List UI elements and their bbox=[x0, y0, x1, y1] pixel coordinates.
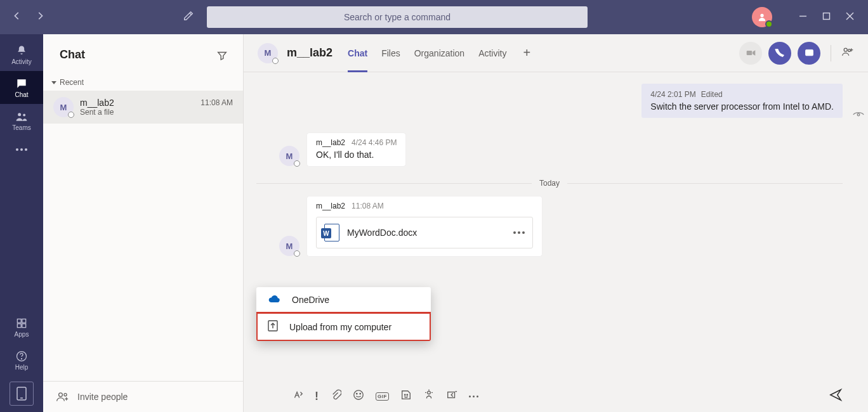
audio-call-button[interactable] bbox=[768, 42, 791, 65]
avatar: M bbox=[279, 236, 299, 256]
separator bbox=[831, 45, 831, 61]
rail-chat-label: Chat bbox=[15, 91, 28, 98]
filter-icon[interactable] bbox=[216, 49, 228, 61]
svg-point-30 bbox=[357, 393, 357, 394]
file-more-icon[interactable] bbox=[513, 231, 525, 234]
word-file-icon bbox=[324, 224, 339, 241]
message-time: 4/24 4:46 PM bbox=[352, 138, 397, 147]
back-icon[interactable] bbox=[13, 11, 22, 23]
attach-onedrive-label: OneDrive bbox=[292, 295, 329, 305]
rail-more-icon[interactable] bbox=[0, 137, 43, 162]
rail-chat[interactable]: Chat bbox=[0, 71, 43, 104]
date-separator: Today bbox=[256, 179, 843, 188]
svg-point-32 bbox=[404, 394, 405, 395]
search-input[interactable]: Search or type a command bbox=[207, 6, 588, 28]
compose-more-icon[interactable] bbox=[469, 396, 478, 397]
svg-point-33 bbox=[407, 394, 407, 395]
read-receipt-icon bbox=[853, 109, 864, 120]
compose-toolbar: ! GIF bbox=[244, 380, 868, 412]
message-out: 4/24 2:01 PMEdited Switch the server pro… bbox=[256, 84, 843, 118]
tab-activity[interactable]: Activity bbox=[478, 34, 506, 72]
chat-list-panel: Chat Recent M m__lab2 Sent a file 11:08 … bbox=[43, 34, 244, 412]
svg-rect-20 bbox=[746, 51, 752, 55]
gif-icon[interactable]: GIF bbox=[376, 392, 389, 401]
rail-apps-label: Apps bbox=[15, 331, 29, 338]
svg-rect-7 bbox=[17, 319, 21, 323]
file-name: MyWordDoc.docx bbox=[347, 228, 417, 238]
message-time: 4/24 2:01 PM bbox=[650, 90, 695, 99]
send-icon[interactable] bbox=[829, 388, 843, 404]
priority-icon[interactable]: ! bbox=[315, 390, 319, 403]
rail-activity[interactable]: Activity bbox=[0, 38, 43, 71]
format-icon[interactable] bbox=[292, 389, 303, 403]
forward-icon[interactable] bbox=[36, 11, 44, 23]
chat-list-title: Chat bbox=[60, 48, 85, 61]
svg-marker-15 bbox=[51, 81, 56, 84]
stream-icon[interactable] bbox=[446, 389, 457, 403]
rail-teams-label: Teams bbox=[12, 124, 30, 131]
edited-label: Edited bbox=[701, 90, 723, 99]
message-text: Switch the server processor from Intel t… bbox=[650, 101, 834, 112]
svg-point-12 bbox=[22, 358, 22, 359]
sticker-icon[interactable] bbox=[400, 389, 412, 403]
file-card[interactable]: m__lab211:08 AM MyWordDoc.docx bbox=[307, 196, 542, 256]
attach-onedrive[interactable]: OneDrive bbox=[256, 287, 431, 312]
avatar: M bbox=[279, 146, 299, 166]
invite-icon bbox=[56, 390, 69, 403]
svg-point-29 bbox=[354, 390, 363, 399]
invite-people-label: Invite people bbox=[77, 392, 128, 402]
avatar: M bbox=[53, 97, 74, 117]
svg-rect-8 bbox=[22, 319, 26, 323]
svg-point-34 bbox=[428, 391, 431, 394]
meet-now-icon[interactable] bbox=[423, 389, 435, 403]
svg-point-27 bbox=[857, 113, 860, 116]
attach-upload-computer[interactable]: Upload from my computer bbox=[256, 312, 431, 341]
title-bar: Search or type a command bbox=[0, 0, 868, 34]
rail-help[interactable]: Help bbox=[0, 344, 43, 377]
presence-offline-icon bbox=[272, 58, 279, 64]
rail-apps[interactable]: Apps bbox=[0, 311, 43, 344]
attach-menu: OneDrive Upload from my computer bbox=[256, 287, 431, 341]
upload-icon bbox=[268, 320, 278, 333]
chevron-down-icon bbox=[51, 79, 57, 86]
svg-rect-2 bbox=[824, 13, 830, 20]
message-bubble[interactable]: 4/24 2:01 PMEdited Switch the server pro… bbox=[641, 84, 843, 118]
attach-icon[interactable] bbox=[330, 389, 341, 403]
rail-activity-label: Activity bbox=[11, 58, 32, 65]
message-in: M m__lab211:08 AM MyWordDoc.docx bbox=[279, 196, 843, 256]
add-people-icon[interactable] bbox=[841, 46, 854, 61]
message-text: OK, I'll do that. bbox=[316, 150, 397, 160]
rail-mobile-icon[interactable] bbox=[10, 382, 34, 406]
maximize-icon[interactable] bbox=[822, 11, 831, 23]
video-call-button[interactable] bbox=[739, 42, 762, 65]
emoji-icon[interactable] bbox=[353, 389, 364, 403]
minimize-icon[interactable] bbox=[799, 11, 807, 23]
rail-teams[interactable]: Teams bbox=[0, 104, 43, 137]
chat-list-section[interactable]: Recent bbox=[43, 74, 243, 91]
tab-chat[interactable]: Chat bbox=[348, 34, 367, 72]
svg-point-17 bbox=[64, 394, 67, 396]
share-screen-button[interactable] bbox=[798, 42, 820, 65]
message-bubble[interactable]: m__lab24/24 4:46 PM OK, I'll do that. bbox=[307, 133, 405, 166]
attach-upload-label: Upload from my computer bbox=[289, 322, 391, 332]
invite-people-button[interactable]: Invite people bbox=[43, 381, 243, 412]
presence-available-icon bbox=[765, 20, 773, 28]
add-tab-icon[interactable]: + bbox=[520, 46, 533, 60]
avatar: M bbox=[258, 43, 278, 63]
message-in: M m__lab24/24 4:46 PM OK, I'll do that. bbox=[279, 133, 843, 166]
chat-list-item[interactable]: M m__lab2 Sent a file 11:08 AM bbox=[43, 91, 243, 124]
tab-files[interactable]: Files bbox=[381, 34, 400, 72]
chat-list-item-subtitle: Sent a file bbox=[80, 108, 194, 117]
presence-offline-icon bbox=[294, 250, 300, 257]
svg-point-31 bbox=[360, 393, 360, 394]
tab-organization[interactable]: Organization bbox=[414, 34, 464, 72]
message-sender: m__lab2 bbox=[316, 138, 345, 147]
svg-point-6 bbox=[23, 113, 25, 116]
close-icon[interactable] bbox=[846, 11, 854, 23]
chat-list-item-name: m__lab2 bbox=[80, 98, 194, 108]
chat-main: M m__lab2 Chat Files Organization Activi… bbox=[244, 34, 868, 412]
new-chat-icon[interactable] bbox=[183, 10, 194, 24]
user-avatar[interactable] bbox=[752, 7, 772, 27]
svg-point-23 bbox=[844, 48, 847, 51]
message-time: 11:08 AM bbox=[352, 202, 384, 210]
